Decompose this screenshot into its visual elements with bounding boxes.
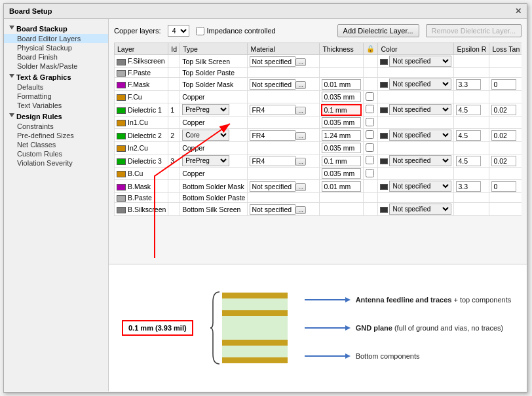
color-select[interactable]: Not specified	[389, 56, 451, 67]
cell-color: Not specified	[378, 103, 454, 117]
loss-tan-input[interactable]	[491, 156, 516, 166]
thickness-input[interactable]	[322, 130, 361, 141]
epsilon-r-input[interactable]	[456, 79, 481, 90]
thickness-input[interactable]	[322, 181, 361, 192]
material-browse-button[interactable]: ...	[295, 183, 306, 191]
material-browse-button[interactable]: ...	[295, 81, 306, 89]
sidebar-item-formatting[interactable]: Formatting	[4, 92, 108, 101]
thickness-input[interactable]	[322, 143, 361, 153]
epsilon-r-input[interactable]	[456, 181, 481, 192]
lock-checkbox[interactable]	[366, 105, 374, 113]
add-dielectric-button[interactable]: Add Dielectric Layer...	[337, 24, 419, 37]
vis-in2-cu	[222, 340, 288, 346]
sidebar-item-predefined-sizes[interactable]: Pre-defined Sizes	[4, 131, 108, 140]
close-button[interactable]: ✕	[515, 7, 522, 16]
cell-color: Not specified	[378, 180, 454, 193]
material-input[interactable]	[250, 204, 295, 215]
cell-type: Bottom Solder Mask	[180, 180, 248, 193]
sidebar-item-violation-severity[interactable]: Violation Severity	[4, 158, 108, 168]
lock-checkbox[interactable]	[366, 156, 374, 164]
sidebar-item-constraints[interactable]: Constraints	[4, 122, 108, 131]
material-input[interactable]	[250, 130, 295, 141]
cell-type: PrePregCore	[180, 103, 248, 117]
lock-checkbox[interactable]	[366, 130, 374, 139]
material-browse-button[interactable]: ...	[295, 206, 306, 214]
material-input[interactable]	[250, 79, 295, 90]
material-browse-button[interactable]: ...	[295, 107, 306, 115]
epsilon-r-input[interactable]	[456, 130, 481, 141]
material-input[interactable]	[250, 156, 295, 166]
sidebar-item-net-classes[interactable]: Net Classes	[4, 140, 108, 149]
copper-layers-label: Copper layers:	[114, 27, 161, 35]
table-row: Dielectric 33PrePregCore...Not specified	[115, 154, 522, 168]
cell-material	[248, 168, 320, 180]
cell-thickness	[320, 78, 364, 91]
color-select[interactable]: Not specified	[389, 79, 451, 90]
sidebar-item-defaults[interactable]: Defaults	[4, 82, 108, 92]
material-browse-button[interactable]: ...	[295, 158, 306, 166]
brace-icon	[210, 289, 222, 367]
cell-id	[168, 55, 180, 68]
remove-dielectric-button[interactable]: Remove Dielectric Layer...	[426, 24, 522, 37]
lock-checkbox[interactable]	[366, 143, 374, 152]
annotation-row-3: Bottom components	[305, 352, 512, 360]
loss-tan-input[interactable]	[491, 181, 516, 192]
color-select[interactable]: Not specified	[389, 155, 451, 166]
lock-checkbox[interactable]	[366, 92, 374, 101]
material-browse-button[interactable]: ...	[295, 58, 306, 66]
color-select[interactable]: Not specified	[389, 130, 451, 141]
color-select[interactable]: Not specified	[389, 104, 451, 115]
cell-layer-name: Dielectric 3	[115, 154, 168, 168]
impedance-checkbox[interactable]	[196, 27, 204, 35]
cell-type: PrePregCore	[180, 154, 248, 168]
table-header-row: Layer Id Type Material Thickness 🔒 Color…	[115, 43, 522, 55]
type-select[interactable]: PrePregCore	[182, 155, 229, 166]
tree-section-board-stackup[interactable]: Board Stackup Board Editor Layers Physic…	[4, 23, 108, 71]
sidebar-item-physical-stackup[interactable]: Physical Stackup	[4, 43, 108, 52]
vis-in1-cu	[222, 310, 288, 316]
color-select[interactable]: Not specified	[389, 204, 451, 215]
cell-loss-tan	[489, 78, 522, 91]
cell-layer-name: F.Paste	[115, 68, 168, 78]
cell-layer-name: B.Cu	[115, 168, 168, 180]
arrow-2-icon	[305, 324, 351, 332]
thickness-input[interactable]	[322, 79, 361, 90]
epsilon-r-input[interactable]	[456, 105, 481, 115]
sidebar-item-custom-rules[interactable]: Custom Rules	[4, 149, 108, 158]
sidebar-item-board-editor-layers[interactable]: Board Editor Layers	[4, 34, 108, 43]
sidebar-item-text-variables[interactable]: Text Variables	[4, 101, 108, 110]
cell-material	[248, 68, 320, 78]
copper-layers-select[interactable]: 4 2 6 8	[168, 25, 189, 37]
loss-tan-input[interactable]	[491, 105, 516, 115]
cell-loss-tan	[489, 203, 522, 216]
annotation-row-1: Antenna feedline and traces + top compon…	[305, 296, 512, 304]
color-select[interactable]: Not specified	[389, 181, 451, 192]
layer-table: Layer Id Type Material Thickness 🔒 Color…	[114, 43, 522, 216]
cell-loss-tan	[489, 103, 522, 117]
col-color: Color	[378, 43, 454, 55]
thickness-input[interactable]	[322, 156, 361, 166]
tree-section-text-graphics[interactable]: Text & Graphics Defaults Formatting Text…	[4, 71, 108, 111]
cell-id	[168, 68, 180, 78]
arrow-1-icon	[305, 296, 351, 304]
material-input[interactable]	[250, 105, 295, 115]
type-select[interactable]: PrePregCore	[182, 104, 229, 115]
tree-section-design-rules[interactable]: Design Rules Constraints Pre-defined Siz…	[4, 111, 108, 168]
epsilon-r-input[interactable]	[456, 156, 481, 166]
material-input[interactable]	[250, 56, 295, 67]
cell-loss-tan	[489, 129, 522, 142]
thickness-input[interactable]	[322, 117, 361, 128]
lock-checkbox[interactable]	[366, 118, 374, 126]
thickness-input[interactable]	[322, 168, 361, 179]
thickness-input[interactable]	[322, 105, 361, 115]
material-input[interactable]	[250, 181, 295, 192]
lock-checkbox[interactable]	[366, 169, 374, 177]
loss-tan-input[interactable]	[491, 79, 516, 90]
loss-tan-input[interactable]	[491, 130, 516, 141]
material-browse-button[interactable]: ...	[295, 132, 306, 140]
thickness-input[interactable]	[322, 92, 361, 102]
sidebar-item-board-finish[interactable]: Board Finish	[4, 52, 108, 62]
layer-visualization	[222, 293, 288, 363]
sidebar-item-solder-mask[interactable]: Solder Mask/Paste	[4, 62, 108, 71]
type-select[interactable]: CoreCore	[182, 130, 229, 141]
